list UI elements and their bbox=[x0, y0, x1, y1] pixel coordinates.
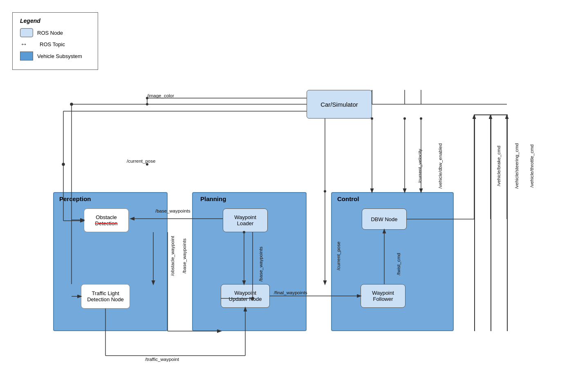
legend-item-ros-node: ROS Node bbox=[20, 28, 90, 37]
wl-label: WaypointLoader bbox=[234, 214, 256, 226]
image-color-label: /image_color bbox=[147, 93, 174, 98]
vehicle-cmd-border3 bbox=[507, 114, 508, 331]
legend-vehicle-label: Vehicle Subsystem bbox=[37, 53, 82, 59]
vehicle-cmd-border2 bbox=[491, 114, 491, 331]
waypoint-updater-node: WaypointUpdater Node bbox=[221, 284, 270, 308]
waypoint-loader-node: WaypointLoader bbox=[223, 208, 268, 232]
obstacle-detection-node: ObstacleDetection bbox=[84, 208, 129, 232]
legend-title: Legend bbox=[20, 18, 90, 24]
waypoint-follower-node: WaypointFollower bbox=[361, 284, 405, 308]
legend: Legend ROS Node ROS Topic Vehicle Subsys… bbox=[12, 12, 98, 70]
svg-point-23 bbox=[324, 190, 326, 193]
wf-label: WaypointFollower bbox=[372, 290, 394, 302]
legend-item-ros-topic: ROS Topic bbox=[20, 41, 90, 47]
current-pose-v-label: /current_pose bbox=[336, 242, 341, 270]
obstacle-label: ObstacleDetection bbox=[95, 214, 118, 226]
perception-label: Perception bbox=[59, 195, 91, 202]
tl-label: Traffic Light Detection Node bbox=[87, 290, 124, 302]
current-velocity-label: /current_velocity bbox=[417, 149, 422, 183]
svg-point-28 bbox=[403, 117, 406, 120]
diagram-container: Legend ROS Node ROS Topic Vehicle Subsys… bbox=[0, 0, 569, 392]
car-simulator-label: Car/Simulator bbox=[320, 101, 358, 108]
vehicle-steering-label: /vehicle/steering_cmd bbox=[514, 143, 519, 188]
car-simulator-node: Car/Simulator bbox=[307, 90, 372, 119]
final-waypoints-label: /final_waypoints bbox=[274, 290, 307, 295]
legend-topic-icon bbox=[20, 42, 36, 47]
vehicle-brake-label: /vehicle/brake_cmd bbox=[496, 146, 501, 186]
current-pose-top-label: /current_pose bbox=[127, 159, 155, 164]
vehicle-throttle-label: /vehicle/throttle_cmd bbox=[529, 144, 534, 187]
base-waypoints-h-label: /base_waypoints bbox=[155, 208, 190, 213]
vehicle-cmd-border bbox=[474, 114, 475, 331]
dbw-node: DBW Node bbox=[362, 208, 407, 230]
traffic-waypoint-label: /traffic_waypoint bbox=[145, 357, 179, 362]
legend-vehicle-box bbox=[20, 52, 33, 60]
dbw-label: DBW Node bbox=[371, 216, 397, 222]
legend-ros-topic-label: ROS Topic bbox=[40, 41, 65, 47]
obstacle-waypoint-label: /obstacle_waypoint bbox=[170, 236, 175, 276]
control-label: Control bbox=[337, 195, 359, 202]
legend-ros-node-box bbox=[20, 28, 33, 37]
top-border-line bbox=[474, 114, 508, 115]
wu-label: WaypointUpdater Node bbox=[229, 290, 262, 302]
base-waypoints-v1-label: /base_waypoints bbox=[182, 238, 187, 273]
svg-point-4 bbox=[146, 103, 148, 105]
svg-point-30 bbox=[420, 117, 422, 120]
dbw-enabled-label: /vehicle/dbw_enabled bbox=[438, 143, 443, 189]
twist-cmd-label: /twist_cmd bbox=[396, 253, 401, 275]
legend-ros-node-label: ROS Node bbox=[37, 30, 63, 36]
planning-label: Planning bbox=[200, 195, 226, 202]
legend-item-vehicle: Vehicle Subsystem bbox=[20, 52, 90, 60]
base-waypoints-v2-label: /base_waypoints bbox=[258, 246, 263, 282]
tl-detection-node: Traffic Light Detection Node bbox=[81, 284, 130, 309]
